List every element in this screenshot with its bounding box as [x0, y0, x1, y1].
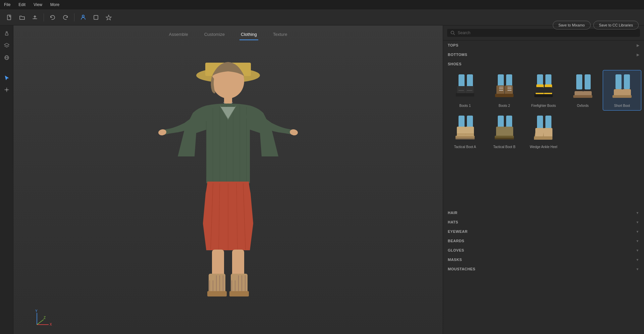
svg-rect-110 [503, 138, 514, 139]
save-cc-button[interactable]: Save to CC Libraries [593, 21, 639, 29]
svg-text:X: X [50, 323, 52, 326]
svg-rect-116 [544, 128, 552, 137]
shoe-shortboot-label: Short Boot [614, 104, 630, 108]
categories-list: TOPS ▶ BOTTOMS ▶ SHOES [443, 41, 644, 334]
shoe-tacticala-label: Tactical Boot A [454, 145, 476, 149]
svg-rect-101 [457, 133, 466, 135]
shoe-firefighter-label: Firefighter Boots [531, 104, 556, 108]
undo-button[interactable] [47, 12, 58, 23]
shape-button[interactable] [91, 12, 101, 23]
empty-spacer [443, 154, 644, 208]
shoe-tacticalb[interactable]: Tactical Boot B [485, 111, 524, 152]
shoe-tacticala-thumb [450, 114, 480, 144]
search-input-wrap[interactable] [447, 29, 640, 37]
main-layout: Assemble Customize Clothing Texture [0, 25, 644, 334]
beards-chevron: ▼ [636, 239, 639, 243]
svg-point-1 [82, 15, 84, 17]
upload-button[interactable] [30, 12, 40, 23]
toolbar [0, 9, 644, 25]
svg-rect-81 [576, 74, 582, 89]
hair-chevron: ▼ [636, 211, 639, 215]
tab-assemble[interactable]: Assemble [168, 29, 190, 40]
open-button[interactable] [17, 12, 28, 23]
shoe-tacticalb-label: Tactical Boot B [493, 145, 515, 149]
menu-more[interactable]: More [49, 2, 61, 8]
section-moustaches[interactable]: MOUSTACHES ▼ [443, 264, 644, 274]
svg-rect-71 [537, 74, 543, 86]
svg-rect-28 [232, 250, 244, 276]
shoe-tacticalb-thumb [490, 114, 519, 144]
sidebar-globe-icon[interactable] [1, 52, 12, 63]
svg-rect-112 [545, 116, 551, 129]
tab-texture[interactable]: Texture [272, 29, 289, 40]
tab-nav: Assemble Customize Clothing Texture [13, 25, 443, 40]
svg-rect-80 [544, 93, 552, 94]
shoe-wedge[interactable]: Wedge Ankle Heel [524, 111, 563, 152]
redo-button[interactable] [60, 12, 71, 23]
shoe-tacticala[interactable]: Tactical Boot A [446, 111, 484, 152]
section-beards[interactable]: BEARDS ▼ [443, 236, 644, 246]
save-mixamo-button[interactable]: Save to Mixamo [553, 21, 591, 29]
tops-chevron: ▶ [637, 44, 640, 47]
shoe-wedge-label: Wedge Ankle Heel [530, 145, 557, 149]
shoe-boots2-thumb [490, 73, 519, 103]
tab-clothing[interactable]: Clothing [239, 29, 258, 40]
menu-view[interactable]: View [32, 2, 44, 8]
menu-bar: File Edit View More [0, 0, 644, 9]
shoe-oxfords-label: Oxfords [577, 104, 589, 108]
sidebar-transform-icon[interactable] [1, 84, 12, 95]
section-masks[interactable]: MASKS ▼ [443, 255, 644, 264]
divider-2 [74, 13, 74, 21]
section-hats[interactable]: HATS ▼ [443, 217, 644, 227]
svg-rect-59 [498, 74, 504, 87]
shoes-header[interactable]: SHOES [443, 59, 644, 69]
eyewear-chevron: ▼ [636, 230, 639, 233]
shoe-oxfords[interactable]: Oxfords [564, 70, 602, 111]
section-hair[interactable]: HAIR ▼ [443, 208, 644, 217]
menu-edit[interactable]: Edit [17, 2, 27, 8]
sidebar-layers-icon[interactable] [1, 40, 12, 51]
svg-text:Z: Z [44, 316, 46, 320]
shoe-boots1[interactable]: Boots 1 [446, 70, 484, 111]
shoe-firefighter[interactable]: Firefighter Boots [524, 70, 563, 111]
menu-file[interactable]: File [3, 2, 12, 8]
section-gloves[interactable]: GLOVES ▼ [443, 246, 644, 255]
star-button[interactable] [103, 12, 114, 23]
divider-1 [44, 13, 44, 21]
svg-rect-88 [624, 74, 630, 89]
right-panel: TOPS ▶ BOTTOMS ▶ SHOES [443, 25, 644, 334]
svg-rect-93 [459, 116, 465, 128]
shoe-shortboot[interactable]: Short Boot [603, 70, 641, 111]
shoe-boots2[interactable]: Boots 2 [485, 70, 524, 111]
shoe-boots2-label: Boots 2 [499, 104, 510, 108]
svg-rect-78 [543, 94, 553, 97]
character-button[interactable] [78, 12, 89, 23]
svg-rect-86 [582, 95, 592, 98]
svg-rect-79 [536, 93, 544, 94]
svg-rect-72 [545, 74, 551, 86]
viewport[interactable]: Assemble Customize Clothing Texture [13, 25, 443, 334]
svg-rect-51 [459, 74, 465, 88]
sidebar-cursor-icon[interactable] [1, 72, 12, 83]
shoe-shortboot-thumb [607, 73, 637, 103]
section-bottoms[interactable]: BOTTOMS ▶ [443, 50, 644, 59]
search-icon [450, 30, 455, 35]
shoe-oxfords-thumb [568, 73, 598, 103]
gloves-chevron: ▼ [636, 249, 639, 252]
section-eyewear[interactable]: EYEWEAR ▼ [443, 227, 644, 236]
svg-rect-111 [537, 116, 543, 129]
svg-line-47 [37, 320, 44, 325]
character-figure [158, 43, 299, 317]
shoes-grid: Boots 1 [443, 69, 644, 154]
shoe-boots1-label: Boots 1 [460, 104, 471, 108]
tab-customize[interactable]: Customize [203, 29, 226, 40]
svg-rect-102 [465, 133, 474, 135]
search-input[interactable] [458, 30, 637, 35]
new-button[interactable] [4, 12, 15, 23]
section-tops[interactable]: TOPS ▶ [443, 41, 644, 50]
sidebar-move-icon[interactable] [1, 28, 12, 39]
svg-rect-92 [621, 95, 632, 98]
svg-rect-56 [464, 93, 474, 96]
svg-rect-113 [535, 128, 544, 137]
svg-rect-30 [207, 291, 227, 296]
